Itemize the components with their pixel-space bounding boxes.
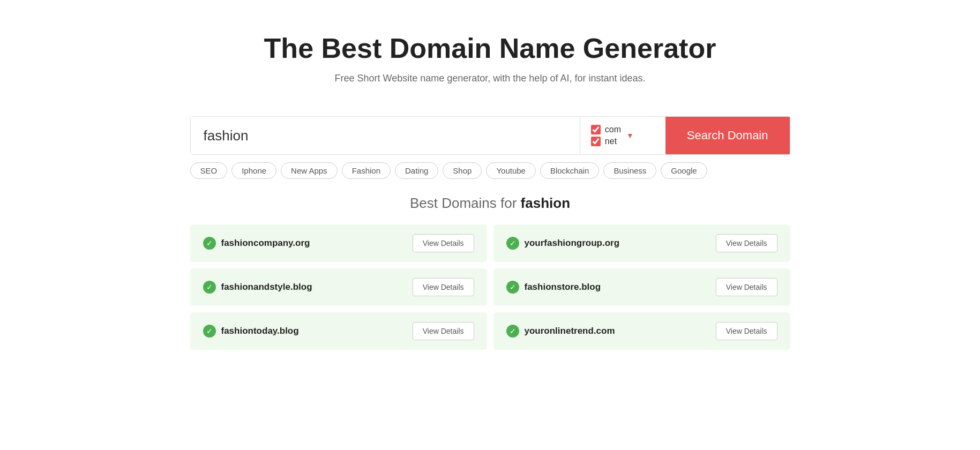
page-subtitle: Free Short Website name generator, with … xyxy=(190,73,790,84)
domain-left: ✓ youronlinetrend.com xyxy=(506,325,615,338)
results-section: Best Domains for fashion ✓ fashioncompan… xyxy=(190,195,790,350)
view-details-button[interactable]: View Details xyxy=(413,322,474,340)
tld-selector: com net ▼ xyxy=(580,117,665,154)
search-section: com net ▼ Search Domain SEOIphoneNew App… xyxy=(190,116,790,179)
domain-left: ✓ yourfashiongroup.org xyxy=(506,237,620,250)
tld-net-label: net xyxy=(605,137,617,146)
tag-item[interactable]: Blockchain xyxy=(540,162,600,179)
search-bar: com net ▼ Search Domain xyxy=(190,116,790,155)
domain-item: ✓ fashionstore.blog View Details xyxy=(493,268,790,306)
domain-name: youronlinetrend.com xyxy=(525,326,615,336)
tag-item[interactable]: Fashion xyxy=(342,162,391,179)
domain-left: ✓ fashioncompany.org xyxy=(203,237,310,250)
domain-item: ✓ yourfashiongroup.org View Details xyxy=(493,224,790,262)
domain-item: ✓ youronlinetrend.com View Details xyxy=(493,312,790,350)
page-title: The Best Domain Name Generator xyxy=(190,32,790,64)
available-icon: ✓ xyxy=(203,281,216,294)
results-title-prefix: Best Domains for xyxy=(410,195,521,211)
page-header: The Best Domain Name Generator Free Shor… xyxy=(190,32,790,84)
tag-item[interactable]: Dating xyxy=(395,162,438,179)
tag-list: SEOIphoneNew AppsFashionDatingShopYoutub… xyxy=(190,162,790,179)
tld-net-checkbox[interactable] xyxy=(591,137,601,146)
tag-item[interactable]: Youtube xyxy=(486,162,536,179)
tag-item[interactable]: Iphone xyxy=(231,162,276,179)
domain-item: ✓ fashionandstyle.blog View Details xyxy=(190,268,487,306)
domain-left: ✓ fashionandstyle.blog xyxy=(203,281,312,294)
tag-item[interactable]: Business xyxy=(603,162,656,179)
results-keyword: fashion xyxy=(521,195,570,211)
domain-name: fashionstore.blog xyxy=(525,282,601,292)
results-grid: ✓ fashioncompany.org View Details ✓ your… xyxy=(190,224,790,350)
available-icon: ✓ xyxy=(506,237,519,250)
domain-name: fashioncompany.org xyxy=(221,238,310,249)
available-icon: ✓ xyxy=(203,325,216,338)
view-details-button[interactable]: View Details xyxy=(716,234,777,252)
domain-name: fashionandstyle.blog xyxy=(221,282,312,292)
tag-item[interactable]: Shop xyxy=(443,162,482,179)
tld-com-item: com xyxy=(591,125,621,134)
domain-left: ✓ fashionstore.blog xyxy=(506,281,601,294)
search-input[interactable] xyxy=(191,117,580,154)
view-details-button[interactable]: View Details xyxy=(716,278,777,296)
tag-item[interactable]: New Apps xyxy=(281,162,338,179)
tld-checkboxes: com net xyxy=(591,125,621,146)
available-icon: ✓ xyxy=(506,281,519,294)
tag-item[interactable]: SEO xyxy=(190,162,228,179)
search-button[interactable]: Search Domain xyxy=(665,117,790,154)
domain-name: fashiontoday.blog xyxy=(221,326,299,336)
available-icon: ✓ xyxy=(203,237,216,250)
view-details-button[interactable]: View Details xyxy=(716,322,777,340)
tld-com-checkbox[interactable] xyxy=(591,125,601,134)
tld-com-label: com xyxy=(605,125,621,134)
tld-net-item: net xyxy=(591,137,621,146)
domain-item: ✓ fashiontoday.blog View Details xyxy=(190,312,487,350)
domain-left: ✓ fashiontoday.blog xyxy=(203,325,299,338)
view-details-button[interactable]: View Details xyxy=(413,234,474,252)
view-details-button[interactable]: View Details xyxy=(413,278,474,296)
tld-dropdown-arrow[interactable]: ▼ xyxy=(626,131,634,140)
results-title: Best Domains for fashion xyxy=(190,195,790,212)
domain-item: ✓ fashioncompany.org View Details xyxy=(190,224,487,262)
available-icon: ✓ xyxy=(506,325,519,338)
domain-name: yourfashiongroup.org xyxy=(525,238,620,249)
tag-item[interactable]: Google xyxy=(661,162,707,179)
